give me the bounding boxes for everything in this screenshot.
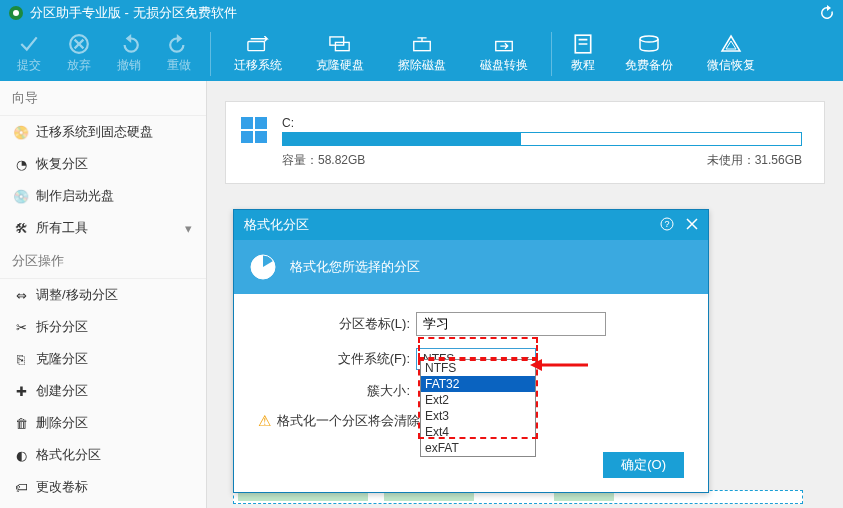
cancel-icon — [68, 33, 90, 55]
nav-change-label[interactable]: 🏷更改卷标 — [0, 471, 206, 503]
app-title: 分区助手专业版 - 无损分区免费软件 — [30, 4, 237, 22]
nav-format[interactable]: ◐格式化分区 — [0, 439, 206, 471]
titlebar: 分区助手专业版 - 无损分区免费软件 — [0, 0, 843, 26]
redo-button[interactable]: 重做 — [154, 29, 204, 78]
usage-bar — [282, 132, 802, 146]
commit-button[interactable]: 提交 — [4, 29, 54, 78]
nav-all-tools[interactable]: 🛠所有工具▾ — [0, 212, 206, 244]
svg-rect-4 — [330, 37, 344, 45]
close-icon[interactable] — [686, 218, 698, 233]
help-icon[interactable]: ? — [660, 217, 674, 234]
dialog-titlebar: 格式化分区 ? — [234, 210, 708, 240]
filesystem-label: 文件系统(F): — [258, 350, 416, 368]
drive-letter: C: — [282, 116, 802, 130]
warning-text: 格式化一个分区将会清除其 — [277, 412, 433, 430]
redo-icon — [168, 33, 190, 55]
svg-text:?: ? — [664, 219, 669, 229]
svg-point-1 — [13, 10, 19, 16]
app-logo-icon — [8, 5, 24, 21]
tools-icon: 🛠 — [14, 221, 28, 235]
fs-option-fat32[interactable]: FAT32 — [421, 376, 535, 392]
migrate-os-button[interactable]: 迁移系统 — [217, 29, 299, 78]
annotation-arrow-icon — [530, 356, 590, 374]
nav-recover-partition[interactable]: ◔恢复分区 — [0, 148, 206, 180]
label-icon: 🏷 — [14, 480, 28, 494]
fs-option-ext2[interactable]: Ext2 — [421, 392, 535, 408]
nav-split[interactable]: ✂拆分分区 — [0, 311, 206, 343]
dialog-header: 格式化您所选择的分区 — [234, 240, 708, 294]
filesystem-dropdown[interactable]: NTFS FAT32 Ext2 Ext3 Ext4 exFAT — [420, 359, 536, 457]
nav-clone-partition[interactable]: ⎘克隆分区 — [0, 343, 206, 375]
wipe-icon — [411, 33, 433, 55]
svg-rect-12 — [241, 131, 253, 143]
undo-button[interactable]: 撤销 — [104, 29, 154, 78]
format-icon: ◐ — [14, 448, 28, 462]
wechat-recover-button[interactable]: 微信恢复 — [690, 29, 772, 78]
svg-rect-11 — [255, 117, 267, 129]
svg-rect-13 — [255, 131, 267, 143]
convert-icon — [493, 33, 515, 55]
svg-marker-19 — [530, 359, 542, 371]
nav-resize-move[interactable]: ⇔调整/移动分区 — [0, 279, 206, 311]
volume-input[interactable] — [416, 312, 606, 336]
create-icon: ✚ — [14, 384, 28, 398]
nav-migrate-ssd[interactable]: 📀迁移系统到固态硬盘 — [0, 116, 206, 148]
warning-icon: ⚠ — [258, 412, 271, 430]
svg-rect-3 — [248, 41, 264, 50]
tutorial-button[interactable]: 教程 — [558, 29, 608, 78]
convert-disk-button[interactable]: 磁盘转换 — [463, 29, 545, 78]
nav-wipe-partition[interactable]: ⌫擦除分区 — [0, 503, 206, 508]
svg-rect-10 — [241, 117, 253, 129]
refresh-icon[interactable] — [819, 5, 835, 21]
nav-delete[interactable]: 🗑删除分区 — [0, 407, 206, 439]
chevron-down-icon: ▾ — [185, 221, 192, 236]
clone2-icon: ⎘ — [14, 352, 28, 366]
fs-option-ext4[interactable]: Ext4 — [421, 424, 535, 440]
disc-icon: 💿 — [14, 189, 28, 203]
undo-icon — [118, 33, 140, 55]
format-pie-icon — [248, 252, 278, 282]
wipe-disk-button[interactable]: 擦除磁盘 — [381, 29, 463, 78]
nav-create[interactable]: ✚创建分区 — [0, 375, 206, 407]
disk-panel[interactable]: C: 容量：58.82GB 未使用：31.56GB — [225, 101, 825, 184]
wizard-section-header: 向导 — [0, 81, 206, 116]
svg-rect-5 — [335, 42, 349, 50]
svg-rect-6 — [414, 41, 431, 50]
nav-bootable-media[interactable]: 💿制作启动光盘 — [0, 180, 206, 212]
backup-icon — [638, 33, 660, 55]
dialog-subtitle: 格式化您所选择的分区 — [290, 258, 420, 276]
wechat-icon — [720, 33, 742, 55]
clone-disk-button[interactable]: 克隆硬盘 — [299, 29, 381, 78]
fs-option-exfat[interactable]: exFAT — [421, 440, 535, 456]
split-icon: ✂ — [14, 320, 28, 334]
sidebar: 向导 📀迁移系统到固态硬盘 ◔恢复分区 💿制作启动光盘 🛠所有工具▾ 分区操作 … — [0, 81, 207, 508]
backup-button[interactable]: 免费备份 — [608, 29, 690, 78]
drive-icon: 📀 — [14, 125, 28, 139]
drive-arrow-icon — [247, 33, 269, 55]
windows-logo-icon — [240, 116, 268, 144]
dialog-title: 格式化分区 — [244, 216, 309, 234]
ok-button[interactable]: 确定(O) — [603, 452, 684, 478]
discard-button[interactable]: 放弃 — [54, 29, 104, 78]
volume-label: 分区卷标(L): — [258, 315, 416, 333]
delete-icon: 🗑 — [14, 416, 28, 430]
resize-icon: ⇔ — [14, 288, 28, 302]
check-icon — [18, 33, 40, 55]
ops-section-header: 分区操作 — [0, 244, 206, 279]
cluster-label: 簇大小: — [258, 382, 416, 400]
fs-option-ntfs[interactable]: NTFS — [421, 360, 535, 376]
book-icon — [572, 33, 594, 55]
capacity-text: 容量：58.82GB — [282, 152, 365, 169]
clone-icon — [329, 33, 351, 55]
pie-icon: ◔ — [14, 157, 28, 171]
toolbar: 提交 放弃 撤销 重做 迁移系统 克隆硬盘 擦除磁盘 磁盘转 — [0, 26, 843, 81]
free-text: 未使用：31.56GB — [707, 152, 802, 169]
fs-option-ext3[interactable]: Ext3 — [421, 408, 535, 424]
svg-point-9 — [640, 36, 658, 42]
